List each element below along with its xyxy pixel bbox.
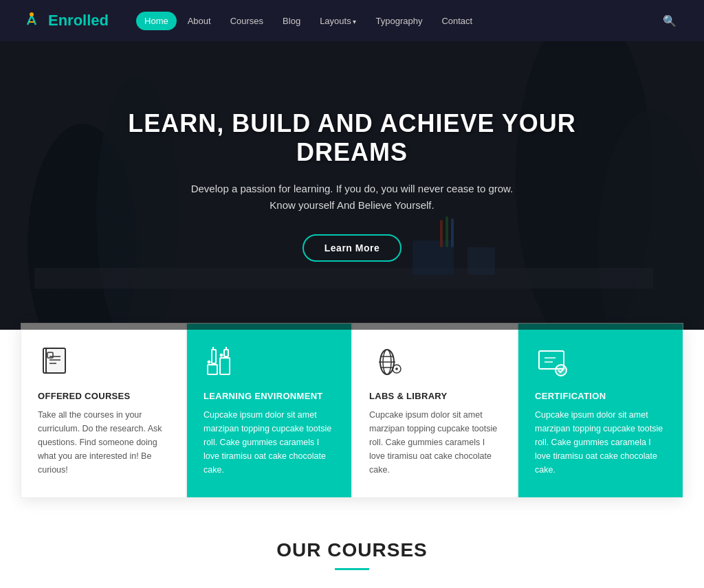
svg-point-26 — [220, 354, 223, 357]
dna-icon — [369, 344, 405, 380]
certificate-icon — [535, 344, 571, 380]
nav-item-about[interactable]: About — [179, 12, 219, 30]
nav-item-contact[interactable]: Contact — [433, 12, 481, 30]
feature-desc-learning-environment: Cupcake ipsum dolor sit amet marzipan to… — [204, 408, 335, 477]
courses-section: OUR COURSES — [0, 505, 704, 588]
search-icon[interactable]: 🔍 — [656, 10, 683, 32]
feature-desc-labs-library: Cupcake ipsum dolor sit amet marzipan to… — [369, 408, 500, 477]
logo-text: Enrolled — [48, 12, 109, 30]
feature-card-learning-environment: LEARNING ENVIRONMENT Cupcake ipsum dolor… — [186, 323, 352, 498]
svg-point-38 — [556, 365, 566, 376]
navbar-logo[interactable]: Enrolled — [21, 10, 109, 32]
features-section: OFFERED COURSES Take all the courses in … — [21, 323, 683, 498]
tools-icon — [204, 344, 239, 380]
navbar: Enrolled Home About Courses Blog Layouts… — [0, 0, 704, 41]
nav-item-home[interactable]: Home — [136, 12, 177, 30]
feature-title-labs-library: LABS & LIBRARY — [369, 391, 500, 401]
learn-more-button[interactable]: Learn More — [302, 234, 402, 262]
feature-title-learning-environment: LEARNING ENVIRONMENT — [204, 391, 335, 401]
hero-content: LEARN, BUILD AND ACHIEVE YOUR DREAMS Dev… — [0, 41, 704, 330]
nav-item-typography[interactable]: Typography — [367, 12, 430, 30]
logo-icon — [21, 10, 43, 32]
svg-rect-19 — [208, 365, 217, 374]
hero-section: LEARN, BUILD AND ACHIEVE YOUR DREAMS Dev… — [0, 41, 704, 330]
book-icon — [38, 344, 74, 380]
feature-title-offered-courses: OFFERED COURSES — [38, 391, 169, 401]
feature-title-certification: CERTIFICATION — [535, 391, 666, 401]
section-title-underline — [335, 568, 369, 570]
svg-rect-21 — [212, 350, 216, 363]
feature-desc-offered-courses: Take all the courses in your curriculum.… — [38, 408, 169, 477]
feature-card-offered-courses: OFFERED COURSES Take all the courses in … — [21, 323, 186, 498]
svg-rect-22 — [224, 350, 228, 357]
nav-links: Home About Courses Blog Layouts Typograp… — [136, 12, 656, 30]
nav-item-blog[interactable]: Blog — [274, 12, 309, 30]
hero-subtitle: Develop a passion for learning. If you d… — [191, 181, 514, 214]
feature-card-labs-library: LABS & LIBRARY Cupcake ipsum dolor sit a… — [352, 323, 518, 498]
courses-section-title: OUR COURSES — [21, 539, 683, 561]
svg-point-25 — [208, 361, 210, 363]
nav-item-layouts[interactable]: Layouts — [311, 12, 364, 30]
svg-point-1 — [30, 12, 34, 16]
feature-card-certification: CERTIFICATION Cupcake ipsum dolor sit am… — [518, 323, 683, 498]
hero-title: LEARN, BUILD AND ACHIEVE YOUR DREAMS — [111, 109, 593, 167]
feature-desc-certification: Cupcake ipsum dolor sit amet marzipan to… — [535, 408, 666, 477]
svg-rect-20 — [220, 358, 230, 374]
nav-item-courses[interactable]: Courses — [222, 12, 272, 30]
